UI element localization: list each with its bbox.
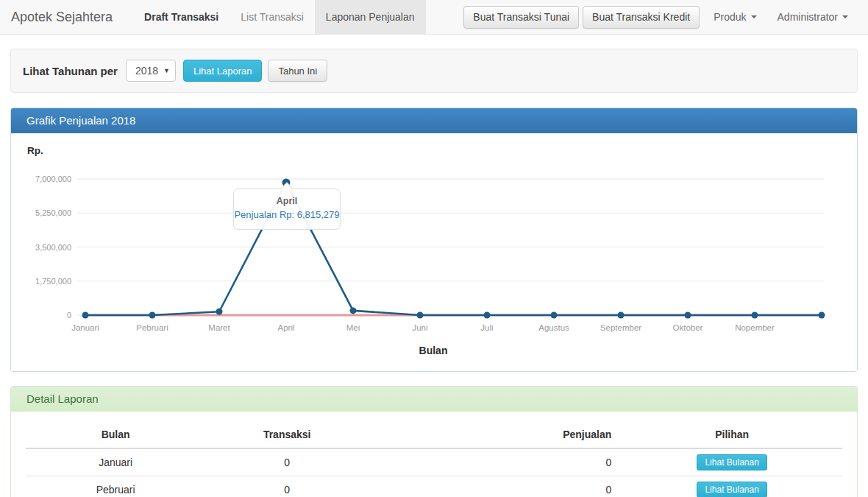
- tahun-ini-button[interactable]: Tahun Ini: [268, 60, 327, 82]
- tooltip-value: Penjualan Rp: 6,815,279: [234, 209, 340, 220]
- data-point[interactable]: [618, 312, 625, 319]
- navbar-right: Buat Transaksi Tunai Buat Transaksi Kred…: [463, 0, 868, 34]
- column-header-pilihan: Pilihan: [622, 421, 842, 448]
- chevron-down-icon: [842, 15, 848, 18]
- nav-item-list-transaksi[interactable]: List Transaksi: [230, 0, 315, 34]
- data-point[interactable]: [82, 312, 89, 319]
- x-tick-label: Mei: [346, 323, 360, 332]
- nav-links: Draft Transaksi List Transaksi Laponan P…: [133, 0, 425, 34]
- administrator-dropdown-label: Administrator: [778, 11, 838, 23]
- data-point[interactable]: [417, 312, 424, 319]
- lihat-bulanan-button[interactable]: Lihat Bulanan: [697, 482, 766, 497]
- cell-transaksi: 0: [205, 476, 369, 497]
- cell-bulan: Januari: [26, 448, 205, 476]
- navbar: Apotek Sejahtera Draft Transaksi List Tr…: [0, 0, 868, 35]
- data-point[interactable]: [149, 312, 156, 319]
- administrator-dropdown[interactable]: Administrator: [767, 0, 858, 34]
- x-tick-label: Juni: [412, 323, 427, 332]
- x-tick-label: September: [600, 323, 641, 332]
- x-tick-label: Juli: [480, 323, 493, 332]
- cell-bulan: Pebruari: [26, 476, 205, 497]
- data-point[interactable]: [551, 312, 558, 319]
- detail-table-wrapper: BulanTransaksiPenjualanPilihan Januari00…: [11, 412, 857, 497]
- cell-penjualan: 0: [369, 448, 622, 476]
- column-header-transaksi: Transaksi: [205, 421, 369, 448]
- y-tick-label: 5,250,000: [35, 208, 71, 217]
- year-select-value: 2018: [135, 65, 158, 77]
- year-filter-bar: Lihat Tahunan per 2018 ▼ Lihat Laporan T…: [10, 49, 858, 93]
- chart-panel-title: Grafik Penjualan 2018: [11, 108, 857, 133]
- nav-item-laporan-penjualan[interactable]: Laponan Penjualan: [315, 0, 426, 34]
- y-tick-label: 1,750,000: [35, 277, 71, 286]
- produk-dropdown[interactable]: Produk: [703, 0, 766, 34]
- data-point[interactable]: [752, 312, 758, 319]
- buat-transaksi-tunai-button[interactable]: Buat Transaksi Tunai: [463, 6, 579, 29]
- column-header-penjualan: Penjualan: [369, 421, 622, 448]
- filter-label: Lihat Tahunan per: [23, 65, 118, 77]
- detail-panel: Detail Laporan BulanTransaksiPenjualanPi…: [10, 386, 858, 497]
- cell-pilihan: Lihat Bulanan: [622, 448, 842, 476]
- x-tick-label: Maret: [208, 323, 230, 332]
- y-tick-label: 7,000,000: [35, 175, 71, 183]
- cell-penjualan: 0: [369, 476, 622, 497]
- sales-line-chart[interactable]: 01,750,0003,500,0005,250,0007,000,000Jan…: [11, 133, 857, 371]
- y-tick-label: 0: [67, 311, 71, 320]
- tooltip-title: April: [234, 196, 340, 206]
- year-select[interactable]: 2018 ▼: [126, 60, 176, 82]
- buat-transaksi-kredit-button[interactable]: Buat Transaksi Kredit: [583, 6, 700, 29]
- x-tick-label: Pebruari: [136, 323, 168, 332]
- select-arrow-icon: ▼: [163, 67, 170, 74]
- data-point[interactable]: [484, 312, 491, 319]
- table-row: Pebruari00Lihat Bulanan: [26, 476, 842, 497]
- nav-item-draft-transaksi[interactable]: Draft Transaksi: [133, 0, 230, 34]
- lihat-bulanan-button[interactable]: Lihat Bulanan: [697, 454, 766, 470]
- x-tick-label: Nopember: [735, 323, 775, 332]
- chart-panel: Grafik Penjualan 2018 Rp. 01,750,0003,50…: [10, 107, 858, 372]
- table-row: Januari00Lihat Bulanan: [26, 448, 842, 476]
- x-tick-label: Agustus: [538, 323, 569, 332]
- column-header-bulan: Bulan: [26, 421, 205, 448]
- x-tick-label: April: [277, 323, 294, 332]
- data-point[interactable]: [685, 312, 691, 319]
- y-tick-label: 3,500,000: [35, 243, 71, 252]
- x-tick-label: Januari: [71, 323, 99, 332]
- table-header-row: BulanTransaksiPenjualanPilihan: [26, 421, 842, 448]
- chart-area: Rp. 01,750,0003,500,0005,250,0007,000,00…: [11, 133, 857, 371]
- x-axis-title: Bulan: [11, 345, 855, 356]
- x-tick-label: Oktober: [673, 323, 703, 332]
- chevron-down-icon: [751, 15, 757, 18]
- report-table: BulanTransaksiPenjualanPilihan Januari00…: [26, 421, 842, 497]
- lihat-laporan-button[interactable]: Lihat Laporan: [183, 60, 263, 82]
- produk-dropdown-label: Produk: [714, 11, 746, 23]
- data-point[interactable]: [819, 312, 825, 319]
- cell-transaksi: 0: [205, 448, 369, 476]
- chart-tooltip: April Penjualan Rp: 6,815,279: [233, 188, 341, 230]
- brand[interactable]: Apotek Sejahtera: [0, 0, 124, 34]
- cell-pilihan: Lihat Bulanan: [622, 476, 842, 497]
- detail-panel-title: Detail Laporan: [11, 387, 857, 412]
- data-point[interactable]: [216, 309, 223, 315]
- series-Penjualan: [85, 183, 822, 315]
- data-point[interactable]: [350, 307, 357, 314]
